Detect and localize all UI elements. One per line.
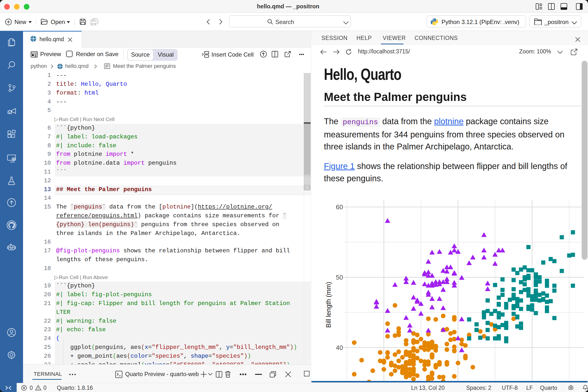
svg-text:40: 40 xyxy=(336,344,343,351)
svg-text:60: 60 xyxy=(336,203,343,211)
svg-text:Bill length (mm): Bill length (mm) xyxy=(325,282,332,328)
svg-text:50: 50 xyxy=(336,274,343,281)
